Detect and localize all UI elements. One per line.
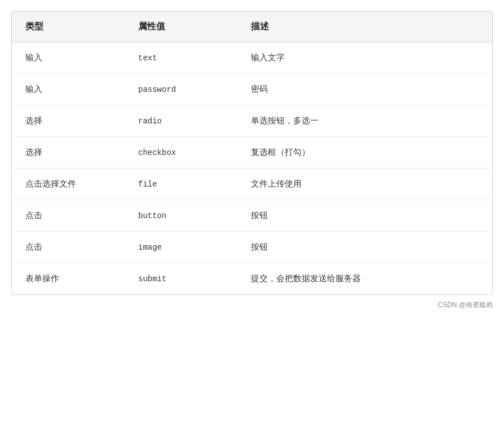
cell-type: 表单操作 bbox=[12, 263, 125, 295]
header-desc: 描述 bbox=[237, 12, 492, 42]
table-row: 选择checkbox复选框（打勾） bbox=[12, 137, 492, 169]
table-row: 表单操作submit提交，会把数据发送给服务器 bbox=[12, 263, 492, 295]
cell-desc: 输入文字 bbox=[237, 42, 492, 74]
cell-type: 输入 bbox=[12, 74, 125, 105]
cell-desc: 文件上传使用 bbox=[237, 169, 492, 200]
cell-desc: 单选按钮，多选一 bbox=[237, 105, 492, 137]
cell-desc: 提交，会把数据发送给服务器 bbox=[237, 263, 492, 295]
header-type: 类型 bbox=[12, 12, 125, 42]
input-types-table: 类型 属性值 描述 输入text输入文字输入password密码选择radio单… bbox=[12, 12, 492, 294]
table-row: 点击image按钮 bbox=[12, 232, 492, 263]
table-row: 点击选择文件file文件上传使用 bbox=[12, 169, 492, 200]
footer-text: CSDN @南斋狐鸦 bbox=[437, 301, 493, 309]
main-table-container: 类型 属性值 描述 输入text输入文字输入password密码选择radio单… bbox=[11, 11, 493, 295]
page-footer: CSDN @南斋狐鸦 bbox=[11, 300, 493, 310]
table-row: 点击button按钮 bbox=[12, 200, 492, 232]
cell-attr: submit bbox=[125, 263, 237, 295]
cell-type: 点击 bbox=[12, 232, 125, 263]
cell-attr: button bbox=[125, 200, 237, 232]
table-row: 选择radio单选按钮，多选一 bbox=[12, 105, 492, 137]
cell-attr: radio bbox=[125, 105, 237, 137]
cell-desc: 按钮 bbox=[237, 200, 492, 232]
cell-desc: 按钮 bbox=[237, 232, 492, 263]
cell-attr: text bbox=[125, 42, 237, 74]
cell-desc: 复选框（打勾） bbox=[237, 137, 492, 169]
cell-type: 输入 bbox=[12, 42, 125, 74]
cell-attr: checkbox bbox=[125, 137, 237, 169]
cell-type: 点击选择文件 bbox=[12, 169, 125, 200]
cell-attr: image bbox=[125, 232, 237, 263]
header-attr: 属性值 bbox=[125, 12, 237, 42]
cell-attr: password bbox=[125, 74, 237, 105]
cell-desc: 密码 bbox=[237, 74, 492, 105]
table-header-row: 类型 属性值 描述 bbox=[12, 12, 492, 42]
cell-type: 选择 bbox=[12, 137, 125, 169]
cell-type: 点击 bbox=[12, 200, 125, 232]
table-row: 输入password密码 bbox=[12, 74, 492, 105]
cell-type: 选择 bbox=[12, 105, 125, 137]
table-row: 输入text输入文字 bbox=[12, 42, 492, 74]
cell-attr: file bbox=[125, 169, 237, 200]
